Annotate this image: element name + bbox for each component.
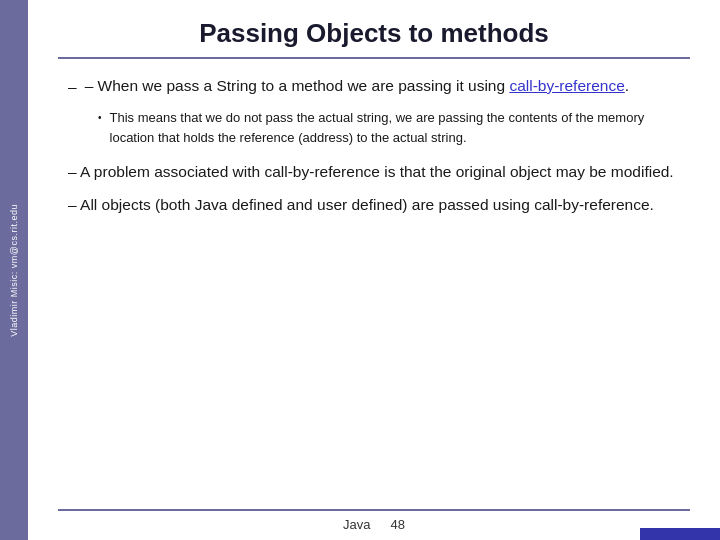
top-divider	[58, 57, 690, 59]
bullet-1-suffix: .	[625, 77, 629, 94]
slide: Vladimir Misic: vm@cs.rit.edu Passing Ob…	[0, 0, 720, 540]
bullet-1: – – When we pass a String to a method we…	[68, 75, 680, 98]
sub-bullet-item: • This means that we do not pass the act…	[98, 108, 680, 147]
bullet-dash-1: –	[68, 76, 77, 98]
sidebar: Vladimir Misic: vm@cs.rit.edu	[0, 0, 28, 540]
bottom-accent	[640, 528, 720, 540]
footer: Java 48	[58, 511, 690, 540]
content-area: – – When we pass a String to a method we…	[58, 75, 690, 499]
sub-bullet-area: • This means that we do not pass the act…	[98, 108, 680, 147]
footer-lang: Java	[343, 517, 370, 532]
footer-page: 48	[391, 517, 405, 532]
bullets-lower: – A problem associated with call-by-refe…	[68, 161, 680, 216]
call-by-reference-link[interactable]: call-by-reference	[509, 77, 624, 94]
sub-bullet-text: This means that we do not pass the actua…	[110, 108, 680, 147]
bullet-3-text: – All objects (both Java defined and use…	[68, 194, 654, 216]
title-area: Passing Objects to methods	[58, 0, 690, 57]
bullet-1-prefix: – When we pass a String to a method we a…	[85, 77, 510, 94]
bullet-2: – A problem associated with call-by-refe…	[68, 161, 680, 183]
sub-bullet-dot: •	[98, 110, 102, 125]
bullet-1-text: – When we pass a String to a method we a…	[85, 75, 630, 97]
page-title: Passing Objects to methods	[199, 18, 549, 48]
bullet-2-text: – A problem associated with call-by-refe…	[68, 161, 674, 183]
sidebar-text: Vladimir Misic: vm@cs.rit.edu	[9, 204, 19, 337]
main-content: Passing Objects to methods – – When we p…	[28, 0, 720, 540]
bullet-3: – All objects (both Java defined and use…	[68, 194, 680, 216]
